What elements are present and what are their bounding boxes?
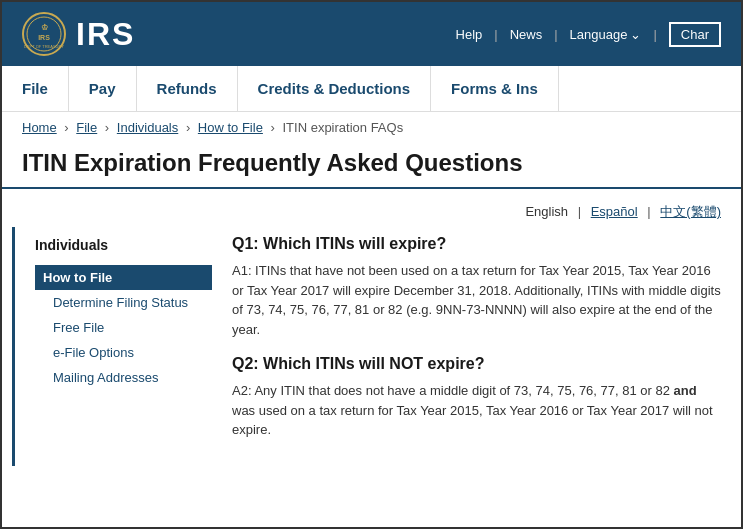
sidebar-item-filing-status[interactable]: Determine Filing Status <box>35 290 212 315</box>
irs-logo-text: IRS <box>76 16 135 53</box>
char-button[interactable]: Char <box>669 22 721 47</box>
faq-answer-2-bold: and <box>674 383 697 398</box>
sidebar-item-how-to-file[interactable]: How to File <box>35 265 212 290</box>
sidebar-item-mailing[interactable]: Mailing Addresses <box>35 365 212 390</box>
help-link[interactable]: Help <box>456 27 483 42</box>
sidebar-item-efile-options[interactable]: e-File Options <box>35 340 212 365</box>
breadcrumb-sep3: › <box>186 120 190 135</box>
header: ♔ IRS DEPT OF TREASURY IRS Help | News |… <box>2 2 741 66</box>
breadcrumb-individuals[interactable]: Individuals <box>117 120 178 135</box>
svg-text:♔: ♔ <box>41 23 48 32</box>
chevron-down-icon: ⌄ <box>630 27 641 42</box>
irs-seal-icon: ♔ IRS DEPT OF TREASURY <box>22 12 66 56</box>
faq-question-1: Q1: Which ITINs will expire? <box>232 235 721 253</box>
nav-refunds[interactable]: Refunds <box>137 66 238 111</box>
faq-answer-2: A2: Any ITIN that does not have a middle… <box>232 381 721 440</box>
news-link[interactable]: News <box>510 27 543 42</box>
sidebar: Individuals How to File Determine Filing… <box>12 227 212 466</box>
header-navigation: Help | News | Language ⌄ | Char <box>456 22 721 47</box>
lang-sep1: | <box>578 204 581 219</box>
breadcrumb-sep4: › <box>271 120 275 135</box>
faq-answer-1: A1: ITINs that have not been used on a t… <box>232 261 721 339</box>
language-dropdown[interactable]: Language ⌄ <box>570 27 642 42</box>
lang-chinese[interactable]: 中文(繁體) <box>660 204 721 219</box>
nav-file[interactable]: File <box>2 66 69 111</box>
breadcrumb-file[interactable]: File <box>76 120 97 135</box>
main-navigation: File Pay Refunds Credits & Deductions Fo… <box>2 66 741 112</box>
breadcrumb-sep2: › <box>105 120 109 135</box>
nav-separator: | <box>494 27 497 42</box>
breadcrumb-home[interactable]: Home <box>22 120 57 135</box>
main-content: Q1: Which ITINs will expire? A1: ITINs t… <box>212 227 741 466</box>
lang-english: English <box>525 204 568 219</box>
faq-answer-2-part1: A2: Any ITIN that does not have a middle… <box>232 383 674 398</box>
language-label: Language <box>570 27 628 42</box>
page-wrapper: ♔ IRS DEPT OF TREASURY IRS Help | News |… <box>0 0 743 529</box>
nav-pay[interactable]: Pay <box>69 66 137 111</box>
language-selector: English | Español | 中文(繁體) <box>2 197 741 227</box>
sidebar-item-free-file[interactable]: Free File <box>35 315 212 340</box>
breadcrumb: Home › File › Individuals › How to File … <box>2 112 741 143</box>
svg-text:DEPT OF TREASURY: DEPT OF TREASURY <box>24 44 64 49</box>
nav-separator3: | <box>653 27 656 42</box>
header-logo: ♔ IRS DEPT OF TREASURY IRS <box>22 12 135 56</box>
nav-forms[interactable]: Forms & Ins <box>431 66 559 111</box>
faq-question-2: Q2: Which ITINs will NOT expire? <box>232 355 721 373</box>
faq-answer-2-part3: was used on a tax return for Tax Year 20… <box>232 403 713 438</box>
content-area: Individuals How to File Determine Filing… <box>2 227 741 476</box>
nav-separator2: | <box>554 27 557 42</box>
page-title-area: ITIN Expiration Frequently Asked Questio… <box>2 143 741 189</box>
nav-credits[interactable]: Credits & Deductions <box>238 66 432 111</box>
breadcrumb-how-to-file[interactable]: How to File <box>198 120 263 135</box>
lang-sep2: | <box>647 204 650 219</box>
faq-answer-1-text: A1: ITINs that have not been used on a t… <box>232 263 721 337</box>
svg-text:IRS: IRS <box>38 34 50 41</box>
page-title: ITIN Expiration Frequently Asked Questio… <box>22 149 721 177</box>
lang-espanol[interactable]: Español <box>591 204 638 219</box>
sidebar-section-title: Individuals <box>35 237 212 257</box>
breadcrumb-current: ITIN expiration FAQs <box>282 120 403 135</box>
breadcrumb-sep1: › <box>64 120 68 135</box>
